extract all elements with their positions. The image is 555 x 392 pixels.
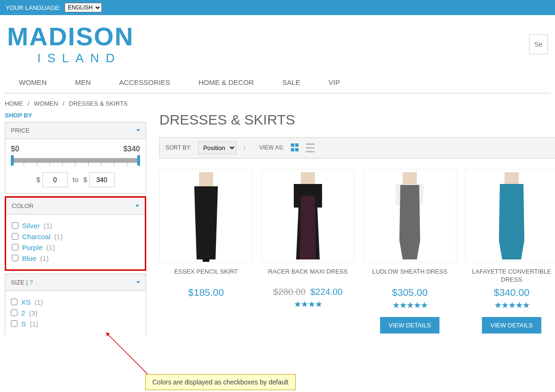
search-box — [529, 34, 548, 54]
sort-label: SORT BY: — [166, 144, 191, 151]
grid-view-icon[interactable] — [291, 143, 299, 152]
product-price: $224.00 — [310, 287, 343, 297]
svg-rect-4 — [505, 172, 519, 185]
view-label: VIEW AS: — [259, 144, 284, 151]
header: MADISON ISLAND — [0, 15, 555, 69]
filter-price: PRICE $0 $340 $ to $ — [5, 122, 146, 193]
product-card: LUDLOW SHEATH DRESS $305.00 ★★★★★ VIEW D… — [363, 169, 456, 334]
product-name[interactable]: ESSEX PENCIL SKIRT — [159, 268, 253, 284]
breadcrumb-sep: / — [28, 100, 30, 107]
view-details-button[interactable]: VIEW DETAILS — [380, 317, 439, 334]
product-image[interactable] — [159, 169, 253, 262]
chevron-down-icon — [136, 281, 140, 284]
size-checkbox[interactable] — [11, 299, 17, 305]
svg-rect-2 — [301, 172, 315, 185]
size-option[interactable]: 2(3) — [11, 308, 140, 318]
color-option[interactable]: Charcoal(1) — [12, 231, 139, 242]
price-slider[interactable] — [11, 158, 140, 163]
price-max-label: $340 — [123, 145, 140, 153]
filter-price-head[interactable]: PRICE — [5, 122, 146, 139]
price-min-label: $0 — [11, 145, 19, 153]
toolbar: SORT BY: Position ↑ VIEW AS: — [159, 137, 555, 158]
filter-size: SIZE | ? XS(1) 2(3) S(1) — [5, 274, 146, 335]
breadcrumb-current: DRESSES & SKIRTS — [69, 100, 128, 107]
slider-handle-left[interactable] — [11, 155, 14, 166]
breadcrumb-home[interactable]: HOME — [5, 100, 23, 107]
nav-home-decor[interactable]: HOME & DECOR — [199, 74, 254, 93]
annotation-callout: Colors are displayed as checkboxes by de… — [145, 374, 296, 390]
nav-women[interactable]: WOMEN — [19, 74, 47, 93]
size-option[interactable]: S(1) — [11, 318, 140, 329]
product-old-price: $280.00 — [273, 287, 306, 297]
breadcrumb-women[interactable]: WOMEN — [34, 100, 58, 107]
price-to-label: to — [73, 175, 79, 183]
filter-color: COLOR Silver(1) Charcoal(1) Purple(1) Bl… — [5, 196, 146, 271]
svg-rect-1 — [203, 259, 209, 262]
product-grid: ESSEX PENCIL SKIRT $185.00 RACER BACK MA… — [159, 169, 555, 334]
logo-main: MADISON — [7, 25, 134, 49]
size-option[interactable]: XS(1) — [11, 297, 140, 308]
product-name[interactable]: RACER BACK MAXI DRESS — [261, 268, 355, 284]
size-checkbox[interactable] — [11, 309, 17, 316]
product-price: $305.00 — [363, 287, 456, 298]
product-card: RACER BACK MAXI DRESS $280.00$224.00 ★★★… — [261, 169, 355, 334]
sort-select[interactable]: Position — [198, 142, 236, 154]
breadcrumb-sep: / — [63, 100, 65, 107]
color-option[interactable]: Blue(1) — [12, 253, 139, 264]
nav-men[interactable]: MEN — [75, 74, 91, 93]
view-details-button[interactable]: VIEW DETAILS — [482, 317, 541, 334]
filter-size-head[interactable]: SIZE | ? — [5, 274, 146, 291]
svg-line-5 — [106, 333, 149, 375]
filter-price-title: PRICE — [11, 127, 30, 134]
product-image[interactable] — [363, 169, 456, 262]
chevron-down-icon — [136, 129, 140, 132]
filter-size-title: SIZE | — [11, 279, 30, 286]
svg-rect-3 — [403, 172, 417, 185]
nav-vip[interactable]: VIP — [329, 74, 340, 93]
content: DRESSES & SKIRTS SORT BY: Position ↑ VIE… — [159, 112, 555, 338]
top-bar: YOUR LANGUAGE: ENGLISH — [0, 0, 555, 15]
product-price: $185.00 — [159, 287, 253, 298]
breadcrumb: HOME / WOMEN / DRESSES & SKIRTS — [0, 93, 555, 112]
product-rating: ★★★★★ — [465, 300, 555, 309]
product-name[interactable]: LUDLOW SHEATH DRESS — [363, 268, 456, 284]
color-option[interactable]: Purple(1) — [12, 242, 139, 253]
slider-handle-right[interactable] — [137, 155, 140, 166]
svg-rect-0 — [199, 172, 213, 186]
sort-direction-icon[interactable]: ↑ — [243, 144, 246, 151]
nav-sale[interactable]: SALE — [282, 74, 300, 93]
product-card: ESSEX PENCIL SKIRT $185.00 — [159, 169, 253, 334]
product-card: LAFAYETTE CONVERTIBLE DRESS $340.00 ★★★★… — [465, 169, 555, 334]
logo[interactable]: MADISON ISLAND — [7, 25, 134, 64]
product-rating: ★★★★ — [261, 299, 355, 309]
list-view-icon[interactable] — [306, 143, 315, 152]
product-price: $340.00 — [465, 287, 555, 298]
color-option[interactable]: Silver(1) — [12, 220, 139, 231]
filter-color-title: COLOR — [12, 202, 33, 209]
product-image[interactable] — [261, 169, 355, 262]
product-image[interactable] — [465, 169, 555, 262]
filter-color-head[interactable]: COLOR — [6, 198, 145, 215]
color-checkbox[interactable] — [12, 233, 18, 240]
nav-accessories[interactable]: ACCESSORIES — [119, 74, 170, 93]
page-title: DRESSES & SKIRTS — [159, 112, 555, 128]
color-checkbox[interactable] — [12, 255, 18, 261]
product-rating: ★★★★★ — [363, 300, 456, 309]
chevron-down-icon — [135, 205, 139, 207]
logo-sub: ISLAND — [37, 52, 134, 64]
language-select[interactable]: ENGLISH — [65, 3, 102, 12]
main-nav: WOMEN MEN ACCESSORIES HOME & DECOR SALE … — [5, 74, 550, 93]
size-checkbox[interactable] — [11, 320, 17, 327]
product-name[interactable]: LAFAYETTE CONVERTIBLE DRESS — [465, 268, 555, 284]
language-label: YOUR LANGUAGE: — [6, 4, 61, 11]
size-help-icon[interactable]: ? — [30, 279, 33, 286]
price-from-input[interactable] — [42, 172, 68, 187]
search-input[interactable] — [529, 34, 548, 54]
price-to-input[interactable] — [89, 172, 115, 187]
color-checkbox[interactable] — [12, 222, 18, 229]
shop-by-title: SHOP BY — [5, 112, 146, 119]
sidebar: SHOP BY PRICE $0 $340 $ to — [5, 112, 146, 338]
color-checkbox[interactable] — [12, 244, 18, 250]
